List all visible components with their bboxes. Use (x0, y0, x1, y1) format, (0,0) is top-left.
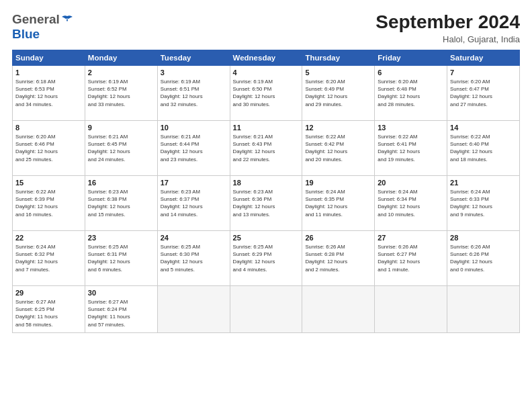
header-monday: Monday (85, 50, 157, 65)
header-thursday: Thursday (302, 50, 375, 65)
day-number: 6 (378, 68, 444, 77)
day-info: Sunrise: 6:25 AMSunset: 6:31 PMDaylight:… (88, 243, 154, 273)
day-number: 30 (88, 289, 154, 297)
day-info: Sunrise: 6:19 AMSunset: 6:52 PMDaylight:… (88, 78, 154, 108)
table-row: 4Sunrise: 6:19 AMSunset: 6:50 PMDaylight… (230, 65, 302, 120)
calendar-table: Sunday Monday Tuesday Wednesday Thursday… (12, 50, 520, 333)
day-number: 23 (88, 234, 154, 242)
day-number: 14 (450, 124, 517, 132)
table-row: 14Sunrise: 6:22 AMSunset: 6:40 PMDayligh… (447, 120, 520, 175)
table-row: 8Sunrise: 6:20 AMSunset: 6:46 PMDaylight… (13, 120, 85, 175)
day-info: Sunrise: 6:24 AMSunset: 6:32 PMDaylight:… (15, 243, 82, 273)
day-number: 20 (378, 179, 444, 187)
table-row: 24Sunrise: 6:25 AMSunset: 6:30 PMDayligh… (157, 230, 230, 285)
day-info: Sunrise: 6:27 AMSunset: 6:25 PMDaylight:… (15, 298, 82, 328)
day-info: Sunrise: 6:22 AMSunset: 6:42 PMDaylight:… (305, 133, 371, 163)
table-row (302, 285, 375, 332)
day-number: 1 (15, 68, 82, 77)
day-number: 9 (88, 124, 154, 132)
table-row: 30Sunrise: 6:27 AMSunset: 6:24 PMDayligh… (85, 285, 157, 332)
day-number: 19 (305, 179, 371, 187)
day-info: Sunrise: 6:19 AMSunset: 6:51 PMDaylight:… (161, 78, 227, 108)
day-number: 11 (233, 124, 300, 132)
day-info: Sunrise: 6:26 AMSunset: 6:28 PMDaylight:… (305, 243, 371, 273)
table-row (375, 285, 447, 332)
day-number: 5 (305, 68, 371, 77)
day-info: Sunrise: 6:27 AMSunset: 6:24 PMDaylight:… (88, 298, 154, 328)
day-number: 12 (305, 124, 371, 132)
day-info: Sunrise: 6:25 AMSunset: 6:30 PMDaylight:… (161, 243, 227, 273)
day-info: Sunrise: 6:23 AMSunset: 6:37 PMDaylight:… (161, 188, 227, 218)
day-number: 24 (161, 234, 227, 242)
day-info: Sunrise: 6:26 AMSunset: 6:26 PMDaylight:… (450, 243, 517, 273)
day-number: 7 (450, 68, 517, 77)
header-saturday: Saturday (447, 50, 520, 65)
table-row: 28Sunrise: 6:26 AMSunset: 6:26 PMDayligh… (447, 230, 520, 285)
table-row (230, 285, 302, 332)
day-info: Sunrise: 6:21 AMSunset: 6:45 PMDaylight:… (88, 133, 154, 163)
table-row: 15Sunrise: 6:22 AMSunset: 6:39 PMDayligh… (13, 175, 85, 230)
table-row: 5Sunrise: 6:20 AMSunset: 6:49 PMDaylight… (302, 65, 375, 120)
day-number: 13 (378, 124, 444, 132)
day-info: Sunrise: 6:22 AMSunset: 6:40 PMDaylight:… (450, 133, 517, 163)
table-row (447, 285, 520, 332)
table-row: 2Sunrise: 6:19 AMSunset: 6:52 PMDaylight… (85, 65, 157, 120)
day-info: Sunrise: 6:18 AMSunset: 6:53 PMDaylight:… (15, 78, 82, 108)
logo-blue: Blue (12, 27, 40, 41)
table-row: 18Sunrise: 6:23 AMSunset: 6:36 PMDayligh… (230, 175, 302, 230)
day-number: 28 (450, 234, 517, 242)
day-info: Sunrise: 6:26 AMSunset: 6:27 PMDaylight:… (378, 243, 444, 273)
table-row: 13Sunrise: 6:22 AMSunset: 6:41 PMDayligh… (375, 120, 447, 175)
table-row: 1Sunrise: 6:18 AMSunset: 6:53 PMDaylight… (13, 65, 85, 120)
calendar-row: 15Sunrise: 6:22 AMSunset: 6:39 PMDayligh… (13, 175, 520, 230)
header-sunday: Sunday (13, 50, 85, 65)
day-number: 8 (15, 124, 82, 132)
day-number: 22 (15, 234, 82, 242)
calendar-subtitle: Halol, Gujarat, India (375, 34, 520, 44)
table-row: 19Sunrise: 6:24 AMSunset: 6:35 PMDayligh… (302, 175, 375, 230)
logo-general: General (12, 12, 60, 26)
header-tuesday: Tuesday (157, 50, 230, 65)
table-row: 20Sunrise: 6:24 AMSunset: 6:34 PMDayligh… (375, 175, 447, 230)
day-number: 25 (233, 234, 300, 242)
table-row: 6Sunrise: 6:20 AMSunset: 6:48 PMDaylight… (375, 65, 447, 120)
day-info: Sunrise: 6:20 AMSunset: 6:46 PMDaylight:… (15, 133, 82, 163)
day-info: Sunrise: 6:20 AMSunset: 6:47 PMDaylight:… (450, 78, 517, 108)
day-info: Sunrise: 6:24 AMSunset: 6:35 PMDaylight:… (305, 188, 371, 218)
day-number: 27 (378, 234, 444, 242)
logo-bird-icon (60, 15, 74, 26)
day-info: Sunrise: 6:24 AMSunset: 6:34 PMDaylight:… (378, 188, 444, 218)
day-info: Sunrise: 6:24 AMSunset: 6:33 PMDaylight:… (450, 188, 517, 218)
header-friday: Friday (375, 50, 447, 65)
calendar-row: 8Sunrise: 6:20 AMSunset: 6:46 PMDaylight… (13, 120, 520, 175)
day-info: Sunrise: 6:20 AMSunset: 6:48 PMDaylight:… (378, 78, 444, 108)
table-row (157, 285, 230, 332)
title-block: September 2024 Halol, Gujarat, India (375, 12, 520, 44)
page: GeneralBlue September 2024 Halol, Gujara… (0, 0, 532, 411)
calendar-row: 1Sunrise: 6:18 AMSunset: 6:53 PMDaylight… (13, 65, 520, 120)
day-info: Sunrise: 6:20 AMSunset: 6:49 PMDaylight:… (305, 78, 371, 108)
table-row: 7Sunrise: 6:20 AMSunset: 6:47 PMDaylight… (447, 65, 520, 120)
day-number: 2 (88, 68, 154, 77)
table-row: 12Sunrise: 6:22 AMSunset: 6:42 PMDayligh… (302, 120, 375, 175)
calendar-row: 22Sunrise: 6:24 AMSunset: 6:32 PMDayligh… (13, 230, 520, 285)
table-row: 27Sunrise: 6:26 AMSunset: 6:27 PMDayligh… (375, 230, 447, 285)
table-row: 22Sunrise: 6:24 AMSunset: 6:32 PMDayligh… (13, 230, 85, 285)
day-info: Sunrise: 6:23 AMSunset: 6:38 PMDaylight:… (88, 188, 154, 218)
day-info: Sunrise: 6:21 AMSunset: 6:43 PMDaylight:… (233, 133, 300, 163)
day-number: 17 (161, 179, 227, 187)
table-row: 9Sunrise: 6:21 AMSunset: 6:45 PMDaylight… (85, 120, 157, 175)
day-number: 3 (161, 68, 227, 77)
logo: GeneralBlue (12, 12, 75, 42)
calendar-title: September 2024 (375, 12, 520, 33)
table-row: 11Sunrise: 6:21 AMSunset: 6:43 PMDayligh… (230, 120, 302, 175)
weekday-header-row: Sunday Monday Tuesday Wednesday Thursday… (13, 50, 520, 65)
table-row: 3Sunrise: 6:19 AMSunset: 6:51 PMDaylight… (157, 65, 230, 120)
day-info: Sunrise: 6:23 AMSunset: 6:36 PMDaylight:… (233, 188, 300, 218)
day-number: 15 (15, 179, 82, 187)
day-info: Sunrise: 6:25 AMSunset: 6:29 PMDaylight:… (233, 243, 300, 273)
day-info: Sunrise: 6:21 AMSunset: 6:44 PMDaylight:… (161, 133, 227, 163)
table-row: 21Sunrise: 6:24 AMSunset: 6:33 PMDayligh… (447, 175, 520, 230)
day-number: 10 (161, 124, 227, 132)
day-number: 18 (233, 179, 300, 187)
